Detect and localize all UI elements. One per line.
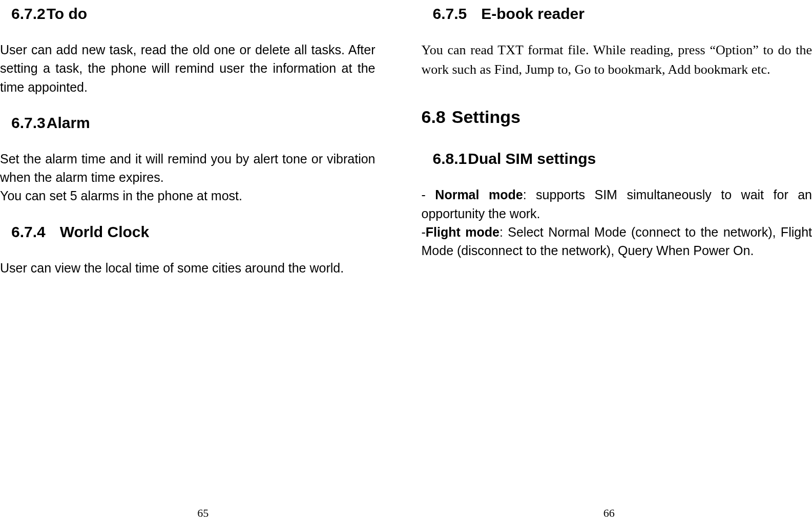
item-prefix: - <box>422 225 426 239</box>
heading-6-7-2: 6.7.2To do <box>0 5 376 23</box>
section-number: 6.8.1 <box>433 150 467 167</box>
section-title: E-book reader <box>481 5 585 23</box>
page-number-right: 66 <box>603 507 615 520</box>
heading-6-7-3: 6.7.3Alarm <box>0 114 376 132</box>
section-title: Dual SIM settings <box>468 150 596 167</box>
page-number-left: 65 <box>197 507 209 520</box>
paragraph: You can read TXT format file. While read… <box>422 40 813 79</box>
heading-6-7-4: 6.7.4World Clock <box>0 223 376 241</box>
left-page: 6.7.2To do User can add new task, read t… <box>0 0 406 525</box>
paragraph: Set the alarm time and it will remind yo… <box>0 150 376 187</box>
section-number: 6.7.2 <box>11 5 46 23</box>
paragraph: User can add new task, read the old one … <box>0 40 376 96</box>
heading-6-8-1: 6.8.1Dual SIM settings <box>422 150 813 167</box>
section-title: World Clock <box>60 223 149 241</box>
heading-6-8: 6.8Settings <box>422 107 813 127</box>
paragraph: User can view the local time of some cit… <box>0 259 376 277</box>
section-number: 6.8 <box>422 107 446 127</box>
section-number: 6.7.3 <box>11 114 46 132</box>
list-item-normal-mode: - Normal mode: supports SIM simultaneous… <box>422 185 813 223</box>
item-bold-label: Flight mode <box>426 225 499 239</box>
paragraph: You can set 5 alarms in the phone at mos… <box>0 186 376 205</box>
list-item-flight-mode: -Flight mode: Select Normal Mode (connec… <box>422 223 813 260</box>
section-title: Alarm <box>47 114 90 132</box>
section-title: Settings <box>452 107 520 127</box>
right-page: 6.7.5E-book reader You can read TXT form… <box>406 0 813 525</box>
heading-6-7-5: 6.7.5E-book reader <box>422 5 813 23</box>
section-title: To do <box>47 5 87 23</box>
section-number: 6.7.4 <box>11 223 46 241</box>
section-number: 6.7.5 <box>433 5 467 23</box>
item-prefix: - <box>422 187 435 202</box>
item-bold-label: Normal mode <box>435 187 523 202</box>
